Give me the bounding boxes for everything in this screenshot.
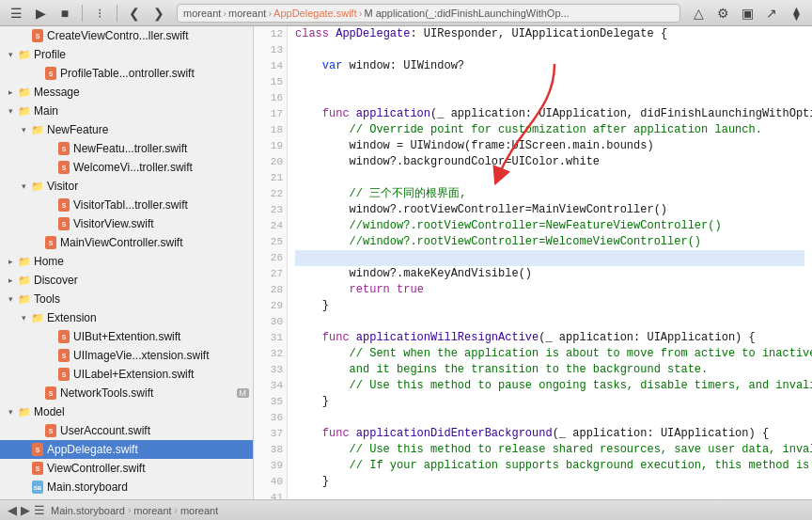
line-num-37: 37 [258,426,283,442]
folder-icon-tools-group: 📁 [17,292,32,307]
sidebar-item-main-storyboard[interactable]: SBMain.storyboard [0,478,253,496]
forward-icon[interactable]: ❯ [148,3,169,24]
sidebar-item-tools-group[interactable]: ▾📁Tools [0,290,253,308]
bc-method: M application(_:didFinishLaunchingWithOp… [364,8,569,19]
grid-icon[interactable]: ⁝ [89,3,110,24]
line-num-39: 39 [258,458,283,474]
arrow-viewcontroller [17,462,30,475]
arrow-model-group: ▾ [4,405,17,418]
code-line-33: and it begins the transition to the back… [295,362,804,378]
sidebar-item-main-group[interactable]: ▾📁Main [0,102,253,120]
bottom-bar-icons: ◀ ▶ ☰ [8,503,45,517]
line-num-32: 32 [258,346,283,362]
label-profileTable: ProfileTable...ontroller.swift [60,67,249,80]
sidebar-item-uiimageVie[interactable]: SUIImageVie...xtension.swift [0,346,253,365]
line-num-15: 15 [258,74,283,90]
sidebar-item-extension-group[interactable]: ▾📁Extension [0,308,253,327]
bb-moreant2: moreant [180,505,218,516]
label-extension-group: Extension [47,311,249,324]
label-newfeature-file: NewFeatu...troller.swift [73,142,249,155]
bottom-menu-icon[interactable]: ☰ [34,503,45,517]
bc-sep1: › [223,8,226,19]
sidebar-item-home-group[interactable]: ▸📁Home [0,252,253,271]
svg-text:S: S [49,240,54,246]
sidebar-item-message-group[interactable]: ▸📁Message [0,83,253,102]
label-networktools: NetworkTools.swift [60,386,233,400]
sidebar-item-profileTable[interactable]: SProfileTable...ontroller.swift [0,64,253,83]
sidebar-item-visitor-group[interactable]: ▾📁Visitor [0,177,253,196]
share-icon[interactable]: ↗ [761,3,782,24]
svg-text:S: S [36,33,40,39]
sidebar-item-appdelegate[interactable]: SAppDelegate.swift [0,440,253,459]
svg-text:S: S [62,221,67,228]
sidebar-item-welcomeVi[interactable]: SWelcomeVi...troller.swift [0,158,253,177]
line-num-41: 41 [258,490,283,499]
svg-text:S: S [62,165,67,171]
line-num-14: 14 [258,58,283,74]
line-num-12: 12 [258,26,283,42]
sidebar-item-uibut[interactable]: SUIBut+Extention.swift [0,327,253,346]
folder-icon-profile-group: 📁 [17,47,32,62]
code-line-13 [295,42,804,58]
folder-icon-extension-group: 📁 [30,310,45,325]
label-main-group: Main [34,104,249,118]
arrow-mainViewController [30,236,43,249]
swift-icon-userAccount: S [43,423,58,438]
label-main-storyboard: Main.storyboard [47,481,249,494]
folder-icon-message-group: 📁 [17,85,32,100]
gear-icon[interactable]: ⚙ [712,3,733,24]
editor[interactable]: 1213141516171819202122232425262728293031… [254,26,812,499]
layout-icon[interactable]: ▣ [737,3,757,24]
panel-icon[interactable]: ⧫ [786,3,806,24]
label-profile-group: Profile [34,48,249,61]
bottom-bar: ◀ ▶ ☰ Main.storyboard › moreant › morean… [0,499,812,520]
sidebar-item-newfeature-file[interactable]: SNewFeatu...troller.swift [0,139,253,158]
arrow-uibut [43,330,56,343]
sidebar-item-mainViewController[interactable]: SMainViewController.swift [0,233,253,252]
svg-text:S: S [36,447,40,453]
code-area[interactable]: class AppDelegate: UIResponder, UIApplic… [288,26,812,499]
warning-icon[interactable]: △ [688,3,709,24]
sidebar-item-discover-group[interactable]: ▸📁Discover [0,271,253,290]
sidebar-item-visitorView[interactable]: SVisitorView.swift [0,214,253,233]
svg-text:S: S [62,202,67,209]
sidebar-item-userAccount[interactable]: SUserAccount.swift [0,421,253,440]
code-line-25: //window?.rootViewController=WelcomeView… [295,234,804,250]
sidebar: SCreateViewContro...ller.swift▾📁ProfileS… [0,26,254,499]
sidebar-item-uilabel[interactable]: SUILabel+Extension.swift [0,365,253,384]
sidebar-toggle-icon[interactable]: ☰ [6,3,26,24]
back-icon[interactable]: ❮ [124,3,145,24]
bottom-back-icon[interactable]: ◀ [8,503,17,517]
line-num-23: 23 [258,202,283,218]
folder-icon-discover-group: 📁 [17,273,32,288]
line-num-38: 38 [258,442,283,458]
sidebar-item-createViewController[interactable]: SCreateViewContro...ller.swift [0,26,253,45]
sidebar-item-networktools[interactable]: SNetworkTools.swiftM [0,384,253,402]
code-line-36 [295,410,804,426]
label-mainViewController: MainViewController.swift [60,236,249,249]
line-num-33: 33 [258,362,283,378]
sidebar-item-model-group[interactable]: ▾📁Model [0,402,253,421]
folder-icon-model-group: 📁 [17,404,32,419]
sidebar-item-viewcontroller[interactable]: SViewController.swift [0,459,253,478]
sidebar-item-profile-group[interactable]: ▾📁Profile [0,45,253,64]
svg-text:S: S [62,371,67,378]
sep1 [82,5,83,22]
bc-appdelegate: AppDelegate.swift [273,8,357,19]
toolbar: ☰ ▶ ■ ⁝ ❮ ❯ moreant › moreant › AppDeleg… [0,0,812,26]
editor-content[interactable]: 1213141516171819202122232425262728293031… [254,26,812,499]
label-uiimageVie: UIImageVie...xtension.swift [73,349,249,362]
stop-icon[interactable]: ■ [55,3,75,24]
line-num-20: 20 [258,154,283,170]
code-line-35: } [295,394,804,410]
bc-sep3: › [359,8,363,19]
run-icon[interactable]: ▶ [30,3,51,24]
sidebar-item-visitorTabl[interactable]: SVisitorTabl...troller.swift [0,196,253,214]
code-line-34: // Use this method to pause ongoing task… [295,378,804,394]
bc-moreant2: moreant [228,8,266,19]
bottom-forward-icon[interactable]: ▶ [21,503,30,517]
folder-icon-home-group: 📁 [17,254,32,269]
sidebar-item-newfeature-group[interactable]: ▾📁NewFeature [0,120,253,139]
swift-icon-uibut: S [56,329,71,344]
bc-sep2: › [268,8,272,19]
